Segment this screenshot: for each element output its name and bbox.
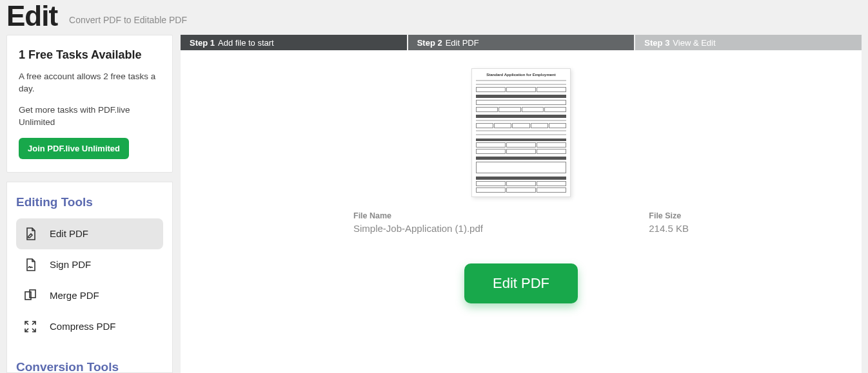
upsell-line2: Get more tasks with PDF.live Unlimited (19, 104, 161, 129)
editing-tools-heading: Editing Tools (16, 195, 163, 209)
upsell-line1: A free account allows 2 free tasks a day… (19, 71, 161, 95)
step-1[interactable]: Step 1 Add file to start (181, 35, 407, 50)
tool-label: Compress PDF (50, 321, 116, 332)
file-size-value: 214.5 KB (649, 223, 689, 234)
merge-icon (23, 288, 38, 303)
file-name-value: Simple-Job-Application (1).pdf (353, 223, 483, 234)
file-name-label: File Name (353, 211, 483, 220)
file-size-label: File Size (649, 211, 689, 220)
preview-doc-title: Standard Application for Employment (476, 73, 566, 77)
step-2-bold: Step 2 (417, 38, 442, 48)
tool-edit-pdf[interactable]: Edit PDF (16, 218, 163, 249)
tool-sign-pdf[interactable]: Sign PDF (16, 249, 163, 280)
tool-label: Sign PDF (50, 259, 91, 270)
step-3-rest: View & Edit (673, 38, 715, 48)
tools-panel[interactable]: Editing Tools Edit PDF Sign P (6, 182, 173, 373)
page-subtitle: Convert PDF to Editable PDF (69, 15, 187, 25)
step-tabs: Step 1 Add file to start Step 2 Edit PDF… (181, 35, 862, 50)
conversion-tools-heading: Conversion Tools (16, 360, 163, 373)
file-meta-row: File Name Simple-Job-Application (1).pdf… (353, 211, 689, 234)
tool-label: Edit PDF (50, 228, 88, 239)
main-area: Step 1 Add file to start Step 2 Edit PDF… (181, 35, 862, 373)
step-2-rest: Edit PDF (446, 38, 479, 48)
step-1-bold: Step 1 (190, 38, 215, 48)
file-area: Standard Application for Employment (181, 50, 862, 373)
sign-page-icon (23, 257, 38, 273)
upsell-title: 1 Free Tasks Available (19, 48, 161, 62)
edit-pdf-button[interactable]: Edit PDF (464, 263, 578, 303)
step-3-bold: Step 3 (644, 38, 669, 48)
upsell-card: 1 Free Tasks Available A free account al… (6, 35, 173, 173)
tool-label: Merge PDF (50, 290, 99, 301)
sidebar: 1 Free Tasks Available A free account al… (6, 35, 173, 373)
step-2[interactable]: Step 2 Edit PDF (408, 35, 635, 50)
edit-page-icon (23, 226, 38, 242)
step-3[interactable]: Step 3 View & Edit (635, 35, 862, 50)
tool-merge-pdf[interactable]: Merge PDF (16, 280, 163, 311)
pdf-preview-thumbnail[interactable]: Standard Application for Employment (471, 68, 571, 197)
step-1-rest: Add file to start (218, 38, 274, 48)
join-unlimited-button[interactable]: Join PDF.live Unlimited (19, 138, 129, 159)
compress-icon (23, 319, 38, 334)
page-title: Edit (6, 0, 57, 32)
tool-compress-pdf[interactable]: Compress PDF (16, 311, 163, 342)
